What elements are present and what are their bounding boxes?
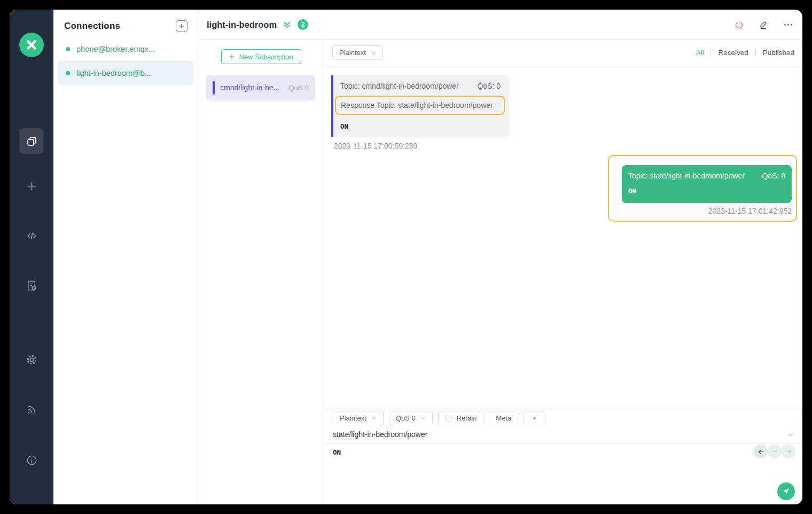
connections-panel: Connections phone@broker.emqx... light-i… [53, 10, 198, 504]
ellipsis-icon [783, 20, 793, 30]
published-message-highlight: Topic: state/light-in-bedroom/power QoS:… [608, 155, 797, 222]
page-title: light-in-bedroom [207, 20, 277, 30]
new-subscription-button[interactable]: New Subscription [221, 49, 301, 64]
sidebar-item-log[interactable] [19, 272, 44, 298]
app-window: Connections phone@broker.emqx... light-i… [10, 10, 802, 504]
connection-label: light-in-bedroom@b... [76, 69, 151, 77]
published-timestamp: 2023-11-15 17:01:42:952 [622, 207, 792, 215]
connection-item-light-in-bedroom[interactable]: light-in-bedroom@b... [58, 61, 193, 85]
radio-circle-icon [445, 415, 452, 422]
sidebar-item-script[interactable] [19, 223, 44, 248]
payload-value[interactable]: ON [333, 448, 794, 456]
filter-all[interactable]: All [696, 49, 704, 57]
triangle-up-icon [532, 415, 537, 421]
payload-editor[interactable]: ON [324, 444, 802, 504]
connection-item-phone[interactable]: phone@broker.emqx... [58, 41, 193, 58]
connection-label: phone@broker.emqx... [76, 45, 155, 53]
sidebar-item-updates[interactable] [19, 397, 44, 423]
subscription-qos: QoS 0 [288, 84, 309, 92]
subscriptions-panel: New Subscription cmnd/light-in-be... QoS… [198, 40, 324, 504]
sidebar-item-about[interactable] [19, 447, 44, 473]
connected-dot-icon [66, 71, 70, 75]
connections-icon [25, 135, 38, 147]
logo-x-icon [25, 38, 38, 52]
published-payload: ON [628, 187, 785, 195]
subscription-count-badge: 2 [298, 19, 308, 30]
response-topic-highlight: Response Topic: state/light-in-bedroom/p… [335, 96, 505, 115]
sidebar-item-settings[interactable] [19, 347, 44, 372]
payload-format-select[interactable]: Plaintext [333, 411, 384, 425]
add-connection-button[interactable] [176, 20, 188, 32]
send-button[interactable] [777, 482, 795, 500]
received-topic-row: Topic: cmnd/light-in-bedroom/power QoS: … [335, 82, 505, 90]
received-timestamp: 2023-11-15 17:00:59:289 [334, 142, 509, 150]
mqttx-logo [19, 33, 44, 57]
paper-plane-icon [782, 487, 790, 495]
payload-history-nav [754, 445, 795, 458]
plus-icon [178, 23, 185, 29]
collapse-editor-button[interactable] [524, 411, 545, 425]
filter-published[interactable]: Published [763, 49, 794, 57]
edit-connection-button[interactable] [758, 19, 769, 30]
messages-panel: Plaintext All Received Published [324, 40, 802, 504]
qos-value: QoS 0 [396, 414, 416, 422]
received-accent-bar [331, 75, 333, 137]
topic-input[interactable] [333, 430, 787, 439]
retain-toggle[interactable]: Retain [438, 411, 484, 425]
collapse-double-chevron-icon[interactable] [283, 20, 292, 29]
connections-title: Connections [64, 21, 120, 32]
meta-label: Meta [496, 414, 511, 422]
gear-icon [25, 353, 38, 366]
messages-toolbar: Plaintext All Received Published [324, 40, 802, 65]
minus-icon [771, 448, 778, 455]
retain-label: Retain [457, 414, 477, 422]
published-qos: QoS: 0 [762, 172, 785, 180]
plus-icon [25, 180, 38, 192]
received-message: Topic: cmnd/light-in-bedroom/power QoS: … [331, 75, 509, 150]
received-qos: QoS: 0 [477, 82, 501, 90]
publish-composer: Plaintext QoS 0 Retain Meta [324, 407, 802, 504]
chevron-down-icon [371, 415, 377, 421]
chevron-down-icon [370, 50, 376, 56]
connections-header: Connections [53, 10, 198, 41]
subscription-topic: cmnd/light-in-be... [220, 83, 288, 92]
subscription-item[interactable]: cmnd/light-in-be... QoS 0 [206, 75, 315, 100]
sidebar-item-connections[interactable] [19, 128, 44, 154]
received-topic: Topic: cmnd/light-in-bedroom/power [340, 82, 459, 90]
published-topic: Topic: state/light-in-bedroom/power [628, 172, 745, 180]
plus-icon [229, 53, 235, 60]
rss-icon [25, 403, 38, 416]
composer-toolbar: Plaintext QoS 0 Retain Meta [324, 407, 802, 429]
meta-button[interactable]: Meta [489, 411, 518, 425]
pencil-icon [759, 20, 769, 30]
published-message-card[interactable]: Topic: state/light-in-bedroom/power QoS:… [622, 165, 792, 203]
filter-separator [755, 49, 756, 56]
new-subscription-label: New Subscription [239, 53, 293, 61]
icon-sidebar [10, 10, 53, 504]
arrow-right-icon [785, 448, 792, 455]
history-current-button[interactable] [768, 445, 782, 458]
chevron-down-icon[interactable] [787, 431, 794, 438]
subscription-color-bar [213, 81, 215, 95]
history-forward-button[interactable] [782, 445, 795, 458]
disconnect-button[interactable] [733, 19, 745, 30]
filter-received[interactable]: Received [718, 49, 748, 57]
connected-dot-icon [66, 47, 70, 51]
main-body: New Subscription cmnd/light-in-be... QoS… [198, 40, 802, 504]
message-format-value: Plaintext [339, 49, 366, 57]
power-icon [734, 20, 744, 30]
more-options-button[interactable] [782, 19, 794, 30]
qos-select[interactable]: QoS 0 [389, 411, 433, 425]
message-history: Topic: cmnd/light-in-bedroom/power QoS: … [324, 65, 802, 407]
connection-header: light-in-bedroom 2 [198, 10, 802, 40]
info-icon [25, 454, 38, 466]
code-icon [25, 229, 38, 242]
history-back-button[interactable] [754, 445, 768, 458]
main-area: light-in-bedroom 2 [198, 10, 802, 504]
sidebar-item-new-connection[interactable] [19, 173, 44, 199]
message-format-select[interactable]: Plaintext [332, 45, 383, 60]
received-message-card[interactable]: Topic: cmnd/light-in-bedroom/power QoS: … [331, 75, 509, 137]
filter-separator [710, 49, 711, 56]
payload-format-value: Plaintext [340, 414, 366, 422]
received-payload: ON [340, 122, 499, 130]
